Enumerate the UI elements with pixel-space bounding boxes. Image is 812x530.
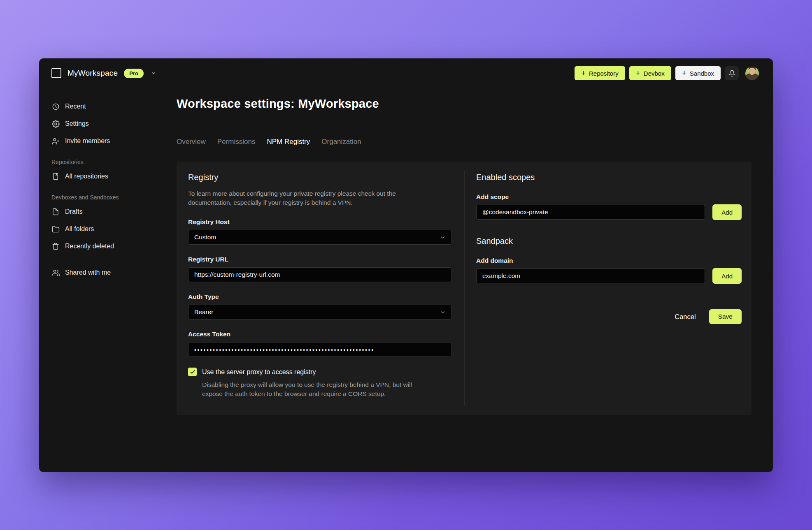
tab-organization[interactable]: Organization [321, 138, 361, 146]
access-token-input[interactable] [188, 342, 452, 357]
add-scope-row: Add [476, 201, 742, 220]
scopes-form: Enabled scopes Add scope Add Sandpack Ad… [465, 162, 752, 415]
sidebar-item-shared-with-me[interactable]: Shared with me [51, 264, 169, 281]
registry-host-label: Registry Host [188, 218, 452, 226]
registry-host-select[interactable]: Custom [188, 230, 452, 245]
app-window: MyWorkspace Pro + Repository + Devbox + … [39, 58, 773, 472]
notifications-button[interactable] [725, 66, 739, 80]
registry-host-value: Custom [194, 234, 216, 241]
codesandbox-logo-icon [51, 68, 61, 78]
auth-type-label: Auth Type [188, 293, 452, 301]
registry-url-label: Registry URL [188, 256, 452, 263]
sidebar-item-invite-members[interactable]: Invite members [51, 132, 169, 150]
new-repository-button[interactable]: + Repository [575, 66, 625, 80]
enabled-scopes-heading: Enabled scopes [476, 173, 742, 182]
sidebar-item-all-repositories[interactable]: All repositories [51, 168, 169, 185]
settings-tabs: Overview Permissions NPM Registry Organi… [177, 138, 752, 146]
chevron-down-icon [151, 70, 156, 76]
sidebar-label: Recently deleted [65, 243, 114, 250]
sidebar-item-recently-deleted[interactable]: Recently deleted [51, 238, 169, 255]
pro-plan-badge: Pro [124, 69, 144, 78]
sidebar-item-drafts[interactable]: Drafts [51, 203, 169, 220]
form-actions: Cancel Save [476, 309, 742, 324]
auth-type-value: Bearer [194, 308, 214, 316]
sidebar-label: Shared with me [65, 269, 111, 276]
add-scope-input[interactable] [476, 205, 705, 220]
new-repository-label: Repository [589, 70, 619, 77]
proxy-checkbox[interactable] [188, 368, 197, 376]
sidebar-item-settings[interactable]: Settings [51, 115, 169, 132]
add-domain-button[interactable]: Add [712, 268, 742, 284]
file-icon [51, 208, 60, 216]
sidebar-label: Invite members [65, 137, 110, 145]
new-devbox-button[interactable]: + Devbox [629, 66, 671, 80]
bell-icon [728, 70, 735, 77]
chevron-down-icon [440, 234, 446, 241]
registry-heading: Registry [188, 173, 452, 182]
add-domain-row: Add [476, 264, 742, 284]
sidebar-section-devboxes: Devboxes and Sandboxes [51, 194, 169, 201]
add-domain-input[interactable] [476, 268, 705, 283]
plus-icon: + [682, 69, 686, 77]
proxy-checkbox-label[interactable]: Use the server proxy to access registry [202, 368, 316, 376]
repo-icon [51, 172, 60, 181]
proxy-checkbox-row: Use the server proxy to access registry [188, 368, 452, 376]
add-domain-label: Add domain [476, 257, 742, 264]
user-plus-icon [51, 137, 60, 145]
sidebar-item-recent[interactable]: Recent [51, 98, 169, 115]
tab-permissions[interactable]: Permissions [217, 138, 256, 146]
auth-type-select[interactable]: Bearer [188, 305, 452, 319]
top-bar: MyWorkspace Pro + Repository + Devbox + … [39, 58, 773, 88]
user-avatar[interactable] [745, 67, 759, 80]
workspace-switcher[interactable]: MyWorkspace Pro [51, 68, 156, 78]
save-button[interactable]: Save [709, 309, 742, 324]
new-devbox-label: Devbox [644, 70, 665, 77]
chevron-down-icon [440, 309, 446, 315]
proxy-description: Disabling the proxy will allow you to us… [202, 380, 426, 398]
gear-icon [51, 120, 60, 128]
npm-registry-panel: Registry To learn more about configuring… [177, 162, 752, 415]
header-actions: + Repository + Devbox + Sandbox [575, 66, 759, 80]
clock-icon [51, 102, 60, 111]
access-token-label: Access Token [188, 331, 452, 338]
sidebar-label: Recent [65, 103, 86, 110]
tab-overview[interactable]: Overview [177, 138, 206, 146]
sandpack-heading: Sandpack [476, 236, 742, 246]
plus-icon: + [581, 69, 586, 77]
trash-icon [51, 242, 60, 250]
sidebar-section-repositories: Repositories [51, 159, 169, 165]
users-icon [51, 268, 60, 277]
page-title: Workspace settings: MyWorkspace [177, 97, 752, 111]
sidebar-label: All folders [65, 225, 94, 233]
registry-form: Registry To learn more about configuring… [177, 162, 464, 415]
new-sandbox-label: Sandbox [690, 70, 714, 77]
add-scope-button[interactable]: Add [712, 204, 742, 220]
workspace-name: MyWorkspace [67, 69, 118, 78]
tab-npm-registry[interactable]: NPM Registry [267, 138, 310, 146]
add-scope-label: Add scope [476, 193, 742, 201]
sidebar-spacer [51, 255, 169, 264]
cancel-button[interactable]: Cancel [675, 313, 696, 321]
sidebar-label: Settings [65, 120, 89, 127]
plus-icon: + [636, 69, 640, 77]
registry-url-input[interactable] [188, 267, 452, 282]
registry-description: To learn more about configuring your pri… [188, 189, 431, 207]
new-sandbox-button[interactable]: + Sandbox [675, 66, 721, 80]
check-icon [190, 369, 195, 375]
sidebar-label: All repositories [65, 173, 108, 180]
sidebar-item-all-folders[interactable]: All folders [51, 220, 169, 238]
main-content: Workspace settings: MyWorkspace Overview… [177, 88, 773, 472]
sidebar-label: Drafts [65, 208, 83, 215]
folder-icon [51, 225, 60, 233]
sidebar: Recent Settings Invite members Repositor… [39, 88, 177, 472]
